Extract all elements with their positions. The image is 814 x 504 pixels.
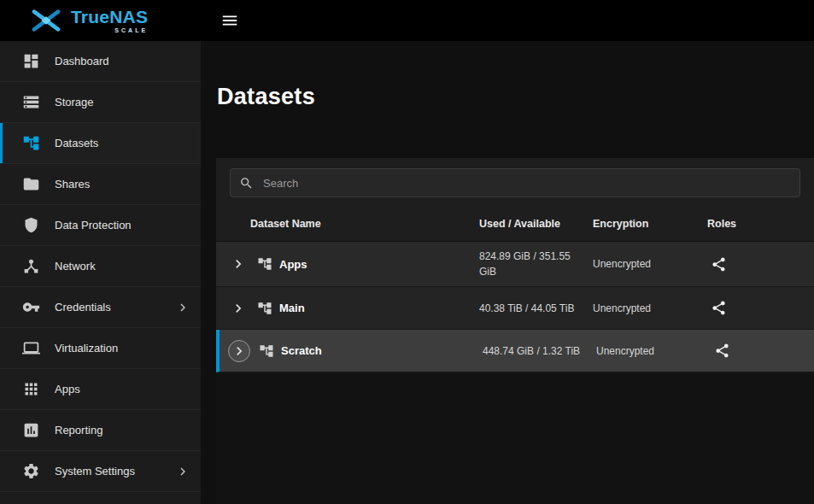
dataset-icon xyxy=(256,255,273,273)
dataset-icon xyxy=(256,300,273,317)
sidebar-item-label: Datasets xyxy=(55,137,98,149)
network-icon xyxy=(20,256,41,277)
sidebar-item-system-settings[interactable]: System Settings xyxy=(0,451,201,492)
datasets-icon xyxy=(20,133,41,154)
table-row[interactable]: Main 40.38 TiB / 44.05 TiB Unencrypted xyxy=(216,287,814,330)
dataset-name-cell: Main xyxy=(216,298,479,319)
sidebar-item-label: Network xyxy=(55,260,96,273)
dataset-name-cell: Scratch xyxy=(220,340,483,362)
topbar: TrueNAS SCALE xyxy=(0,0,814,41)
shield-icon xyxy=(20,215,41,236)
table-header-row: Dataset Name Used / Available Encryption… xyxy=(216,206,814,242)
dataset-name-cell: Apps xyxy=(216,254,479,274)
expand-chevron-icon[interactable] xyxy=(228,298,249,319)
column-header-roles: Roles xyxy=(707,218,814,230)
sidebar-item-credentials[interactable]: Credentials xyxy=(0,287,201,328)
roles-cell xyxy=(707,253,814,275)
sidebar-item-dashboard[interactable]: Dashboard xyxy=(0,41,201,82)
apps-icon xyxy=(20,379,41,400)
search-input[interactable] xyxy=(261,176,791,190)
used-available-value: 40.38 TiB / 44.05 TiB xyxy=(479,294,593,323)
sidebar-item-shares[interactable]: Shares xyxy=(0,164,201,205)
sidebar-item-label: Storage xyxy=(55,96,94,108)
sidebar-item-datasets[interactable]: Datasets xyxy=(0,123,201,164)
search-box[interactable] xyxy=(230,168,800,197)
search-icon xyxy=(239,176,254,190)
share-icon[interactable] xyxy=(711,340,733,362)
encryption-value: Unencrypted xyxy=(593,302,707,314)
datasets-card: Dataset Name Used / Available Encryption… xyxy=(216,158,814,504)
truenas-app-window: TrueNAS SCALE Dashboard Storage Datase xyxy=(0,0,814,504)
dataset-name: Scratch xyxy=(281,344,322,357)
truenas-logo[interactable]: TrueNAS SCALE xyxy=(0,8,201,33)
sidebar-item-label: Shares xyxy=(55,178,90,190)
sidebar-item-label: Data Protection xyxy=(55,219,132,231)
storage-icon xyxy=(20,92,41,113)
key-icon xyxy=(20,297,41,318)
sidebar-item-apps[interactable]: Apps xyxy=(0,369,201,410)
column-header-used-available: Used / Available xyxy=(479,218,593,230)
roles-cell xyxy=(707,297,814,319)
brand-text: TrueNAS SCALE xyxy=(71,8,148,33)
encryption-value: Unencrypted xyxy=(593,258,707,270)
dataset-icon xyxy=(258,343,275,360)
sidebar-item-data-protection[interactable]: Data Protection xyxy=(0,205,201,246)
monitor-icon xyxy=(20,338,41,359)
sidebar-item-label: Virtualization xyxy=(55,342,118,355)
table-toolbar xyxy=(216,158,814,206)
table-row[interactable]: Apps 824.89 GiB / 351.55 GiB Unencrypted xyxy=(216,242,814,287)
brand-edition: SCALE xyxy=(114,27,148,33)
share-icon[interactable] xyxy=(707,253,729,275)
sidebar-item-network[interactable]: Network xyxy=(0,246,201,287)
column-header-encryption: Encryption xyxy=(593,218,707,230)
chevron-right-icon xyxy=(175,300,190,315)
sidebar-item-storage[interactable]: Storage xyxy=(0,82,201,123)
sidebar-item-label: Apps xyxy=(55,383,80,396)
sidebar-item-label: Credentials xyxy=(55,301,111,314)
column-header-dataset-name: Dataset Name xyxy=(216,218,479,230)
sidebar-item-reporting[interactable]: Reporting xyxy=(0,410,201,451)
encryption-value: Unencrypted xyxy=(596,345,711,357)
sidebar-item-label: Reporting xyxy=(55,424,102,437)
dataset-name: Apps xyxy=(279,258,307,271)
roles-cell xyxy=(711,340,814,362)
menu-icon[interactable] xyxy=(218,9,242,32)
expand-chevron-icon[interactable] xyxy=(228,254,249,274)
table-row[interactable]: Scratch 448.74 GiB / 1.32 TiB Unencrypte… xyxy=(216,330,814,372)
sidebar-item-virtualization[interactable]: Virtualization xyxy=(0,328,201,369)
used-available-value: 448.74 GiB / 1.32 TiB xyxy=(483,337,596,366)
dashboard-icon xyxy=(20,51,41,72)
main-content: Datasets Dataset Name Used / Available E… xyxy=(201,41,814,504)
chart-icon xyxy=(20,420,41,441)
sidebar-item-label: Dashboard xyxy=(55,55,109,67)
truenas-logo-icon xyxy=(29,8,63,33)
used-available-value: 824.89 GiB / 351.55 GiB xyxy=(479,242,593,286)
chevron-right-icon xyxy=(175,464,190,479)
dataset-name: Main xyxy=(279,302,305,314)
gear-icon xyxy=(20,461,41,482)
page-title: Datasets xyxy=(201,41,814,110)
expand-chevron-icon[interactable] xyxy=(228,340,250,362)
brand-name: TrueNAS xyxy=(71,8,148,26)
share-icon[interactable] xyxy=(707,297,729,319)
folder-icon xyxy=(20,174,41,195)
sidebar-item-label: System Settings xyxy=(55,465,135,478)
sidebar: Dashboard Storage Datasets Shares Data P xyxy=(0,41,201,504)
